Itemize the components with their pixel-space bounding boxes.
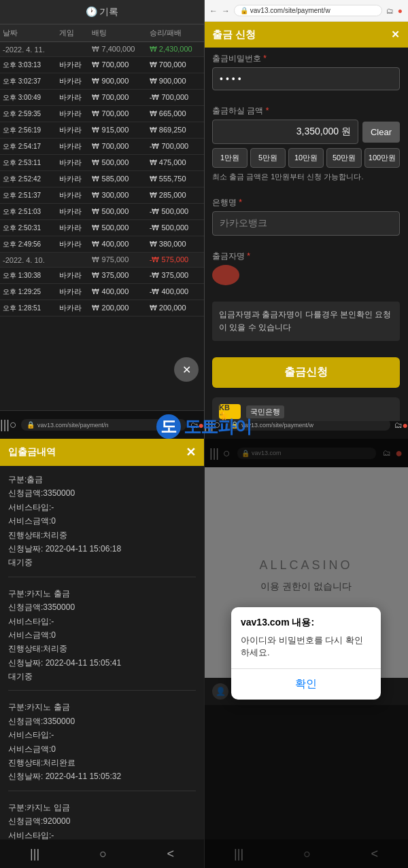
game-cell: 바카라	[56, 236, 90, 253]
time-cell: 오후 3:03:13	[0, 57, 56, 73]
entry-line: 진행상태:처리중	[8, 642, 196, 655]
amount-display[interactable]: 3,350,000 원	[212, 120, 358, 144]
result-cell: ₩ 555,750	[147, 171, 204, 187]
bank-label: 은행명 *	[212, 197, 400, 209]
table-row: 오후 2:51:37 바카라 ₩ 300,000 ₩ 285,000	[0, 187, 204, 204]
col-date: 날짜	[0, 24, 56, 42]
table-row: 오후 2:53:11 바카라 ₩ 500,000 ₩ 475,000	[0, 155, 204, 171]
withdrawal-history-content: 구분:출금신청금액:3350000서비스타입:-서비스금액:0진행상태:처리중신…	[0, 466, 204, 868]
secret-label: 출금비밀번호 *	[212, 53, 400, 65]
col-bet: 배팅	[89, 24, 146, 42]
quick-1man[interactable]: 1만원	[212, 148, 248, 168]
kb-bank-name: 국민은행	[246, 405, 284, 418]
list-item: 구분:카지노 출금신청금액:3350000서비스타입:-서비스금액:0진행상태:…	[8, 700, 196, 791]
result-cell: ₩ 200,000	[147, 300, 204, 317]
table-row: 오후 1:30:38 바카라 ₩ 375,000 -₩ 375,000	[0, 268, 204, 284]
table-row: 오후 2:54:17 바카라 ₩ 700,000 -₩ 700,000	[0, 139, 204, 155]
game-cell: 바카라	[56, 73, 90, 90]
withdrawal-history-panel: 입출금내역 ✕ 구분:출금신청금액:3350000서비스타입:-서비스금액:0진…	[0, 439, 204, 868]
bank-section: 은행명 * 카카오뱅크	[204, 192, 408, 245]
result-cell: -₩ 700,000	[147, 139, 204, 155]
entry-line: 서비스금액:0	[8, 514, 196, 528]
total-bet: ₩ 975,000	[89, 253, 146, 268]
time-cell: 오후 2:54:17	[0, 139, 56, 155]
secret-input[interactable]: ••••	[212, 67, 400, 90]
name-blob-icon	[212, 265, 239, 285]
quick-5man[interactable]: 5만원	[250, 148, 286, 168]
url-display-right: vav13.com/site/payment/w	[250, 7, 330, 14]
browser-url-right[interactable]: 🔒 vav13.com/site/payment/w	[234, 5, 382, 16]
table-row: 오후 3:00:49 바카라 ₩ 700,000 -₩ 700,000	[0, 90, 204, 106]
date-cell: -2022. 4. 10.	[0, 253, 56, 268]
entry-line: 구분:출금	[8, 473, 196, 486]
game-cell: 바카라	[56, 284, 90, 300]
entry-line: 신청날짜: 2022-04-11 15:05:41	[8, 656, 196, 670]
date-row: -2022. 4. 11.₩ 7,400,000₩ 2,430,000	[0, 42, 204, 57]
bet-cell: ₩ 700,000	[89, 90, 146, 106]
withdrawal-history-header: 입출금내역 ✕	[0, 439, 204, 466]
clear-button[interactable]: Clear	[362, 122, 400, 143]
entry-line: 신청날짜: 2022-04-11 15:05:32	[8, 770, 196, 783]
bet-cell: ₩ 915,000	[89, 122, 146, 139]
entry-line: 진행상태:처리중	[8, 528, 196, 542]
bottom-menu-left[interactable]: |||	[30, 847, 39, 861]
tab-count-right[interactable]: 🗂	[386, 7, 394, 15]
bet-cell: ₩ 900,000	[89, 73, 146, 90]
account-label: 출금자명 *	[212, 251, 400, 262]
forward-icon[interactable]: →	[222, 6, 230, 16]
entry-line: 서비스타입:-	[8, 615, 196, 628]
menu-icon-left[interactable]: |||	[0, 418, 10, 432]
time-cell: 오후 3:00:49	[0, 90, 56, 106]
time-cell: 오후 2:53:11	[0, 155, 56, 171]
bottom-home-left[interactable]: ○	[99, 847, 107, 861]
history-title: 🕐 기록	[86, 6, 119, 18]
result-cell: ₩ 475,000	[147, 155, 204, 171]
bank-input[interactable]: 카카오뱅크	[212, 211, 400, 236]
bet-cell: ₩ 300,000	[89, 187, 146, 204]
alert-ok-button[interactable]: 확인	[231, 669, 381, 700]
warning-box: 입금자명과 출금자명이 다를경우 본인확인 요청이 있을 수 있습니다	[212, 302, 400, 341]
amount-section: 출금하실 금액 * 3,350,000 원 Clear 1만원 5만원 10만원…	[204, 100, 408, 192]
result-cell: ₩ 700,000	[147, 57, 204, 73]
name-input-wrap	[212, 265, 400, 285]
total-win: ₩ 2,430,000	[147, 42, 204, 57]
alert-overlay: vav13.com 내용: 아이디와 비밀번호를 다시 확인 하세요. 확인	[204, 439, 408, 868]
date-placeholder	[56, 42, 90, 57]
quick-10man[interactable]: 10만원	[288, 148, 324, 168]
date-placeholder	[56, 253, 90, 268]
game-cell: 바카라	[56, 171, 90, 187]
time-cell: 오후 2:51:37	[0, 187, 56, 204]
result-cell: -₩ 375,000	[147, 268, 204, 284]
result-cell: ₩ 665,000	[147, 106, 204, 122]
form-close-button[interactable]: ✕	[391, 29, 400, 41]
result-cell: -₩ 500,000	[147, 220, 204, 236]
bet-cell: ₩ 500,000	[89, 204, 146, 220]
withdrawal-history-close[interactable]: ✕	[186, 445, 196, 460]
close-tab-right[interactable]: ●	[398, 6, 403, 16]
form-title: 출금 신청	[212, 29, 256, 41]
min-notice: 최소 출금 금액은 1만원부터 신청 가능합니다.	[212, 172, 400, 182]
time-cell: 오후 1:29:25	[0, 284, 56, 300]
dotopie-watermark: 도 도토파이	[156, 414, 252, 439]
bet-cell: ₩ 700,000	[89, 57, 146, 73]
close-circle-button[interactable]: ✕	[174, 357, 199, 382]
bottom-nav-left: ||| ○ <	[0, 839, 204, 868]
date-row: -2022. 4. 10.₩ 975,000-₩ 575,000	[0, 253, 204, 268]
result-cell: ₩ 380,000	[147, 236, 204, 253]
back-icon[interactable]: ←	[209, 6, 218, 16]
table-row: 오후 1:28:51 바카라 ₩ 200,000 ₩ 200,000	[0, 300, 204, 317]
tab-icon-right[interactable]: 🗂	[394, 420, 403, 430]
form-header: 출금 신청 ✕	[204, 22, 408, 48]
bet-cell: ₩ 500,000	[89, 220, 146, 236]
quick-50man[interactable]: 50만원	[326, 148, 362, 168]
dotopie-d-logo: 도	[156, 414, 181, 439]
home-icon-left[interactable]: ○	[10, 418, 17, 432]
table-row: 오후 2:49:56 바카라 ₩ 400,000 ₩ 380,000	[0, 236, 204, 253]
bottom-back-left[interactable]: <	[167, 847, 174, 861]
submit-button[interactable]: 출금신청	[212, 357, 400, 388]
time-cell: 오후 3:02:37	[0, 73, 56, 90]
entry-line: 구분:카지노 출금	[8, 700, 196, 714]
result-cell: -₩ 400,000	[147, 284, 204, 300]
quick-100man[interactable]: 100만원	[364, 148, 400, 168]
table-row: 오후 2:52:42 바카라 ₩ 585,000 ₩ 555,750	[0, 171, 204, 187]
